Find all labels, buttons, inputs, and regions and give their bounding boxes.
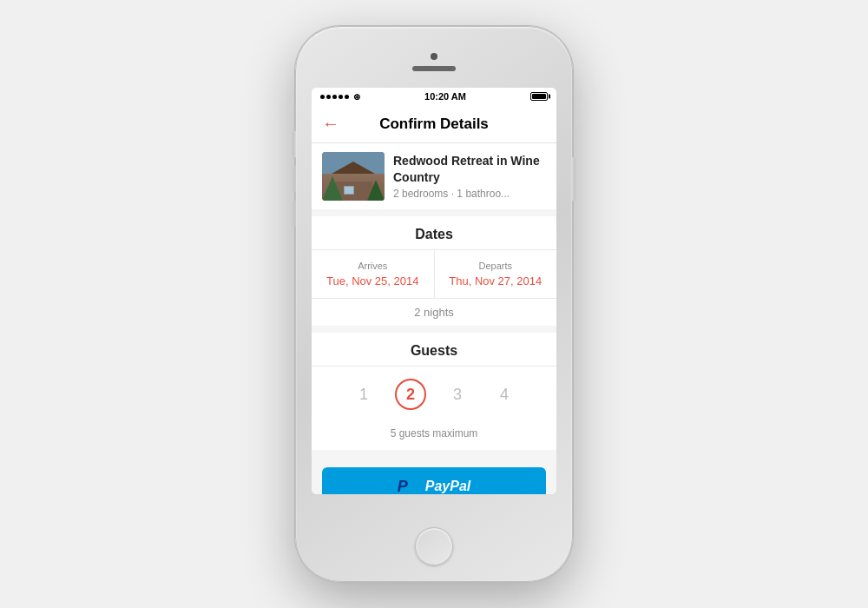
cabin-roof bbox=[332, 162, 375, 174]
front-camera bbox=[431, 53, 437, 60]
signal-dot-5 bbox=[345, 95, 349, 99]
signal-dot-2 bbox=[326, 95, 331, 99]
signal-dot-4 bbox=[339, 95, 343, 99]
tree-right bbox=[367, 180, 385, 201]
dates-row: Arrives Tue, Nov 25, 2014 Departs Thu, N… bbox=[312, 249, 556, 298]
navigation-bar: ← Confirm Details bbox=[312, 105, 556, 143]
phone-device: ⊛ 10:20 AM ← Confirm Details bbox=[295, 26, 573, 582]
status-bar: ⊛ 10:20 AM bbox=[312, 88, 556, 105]
property-name: Redwood Retreat in Wine Country bbox=[393, 153, 546, 184]
property-meta: 2 bedrooms · 1 bathroo... bbox=[393, 188, 546, 200]
battery-icon bbox=[530, 92, 548, 101]
guests-section-header: Guests bbox=[312, 333, 556, 366]
page-title: Confirm Details bbox=[379, 116, 489, 133]
earpiece-speaker bbox=[412, 66, 456, 71]
signal-dot-3 bbox=[332, 95, 337, 99]
departs-value: Thu, Nov 27, 2014 bbox=[444, 274, 549, 287]
arrives-cell: Arrives Tue, Nov 25, 2014 bbox=[312, 250, 435, 298]
paypal-section: PP PayPal bbox=[312, 457, 556, 494]
departs-cell: Departs Thu, Nov 27, 2014 bbox=[435, 250, 557, 298]
paypal-logo: PP bbox=[398, 478, 420, 495]
paypal-p2: P bbox=[410, 478, 420, 495]
guest-option-2[interactable]: 2 bbox=[395, 379, 426, 410]
battery-area bbox=[530, 92, 548, 101]
guests-selector: 1 2 3 4 bbox=[312, 366, 556, 422]
arrives-value: Tue, Nov 25, 2014 bbox=[320, 274, 425, 287]
screen: ⊛ 10:20 AM ← Confirm Details bbox=[312, 88, 556, 494]
signal-area: ⊛ bbox=[320, 92, 360, 102]
property-info: Redwood Retreat in Wine Country 2 bedroo… bbox=[393, 153, 546, 199]
arrives-label: Arrives bbox=[320, 261, 425, 271]
dates-section-header: Dates bbox=[312, 216, 556, 249]
property-card: Redwood Retreat in Wine Country 2 bedroo… bbox=[312, 143, 556, 209]
cabin-window bbox=[344, 186, 354, 195]
guests-section: Guests 1 2 3 4 5 guests maximum bbox=[312, 333, 556, 450]
paypal-p1: P bbox=[398, 478, 408, 495]
property-image bbox=[322, 152, 385, 201]
guest-option-4[interactable]: 4 bbox=[489, 379, 520, 410]
main-content: Redwood Retreat in Wine Country 2 bedroo… bbox=[312, 143, 556, 494]
nights-count: 2 nights bbox=[312, 298, 556, 326]
cabin-illustration bbox=[322, 152, 385, 201]
signal-dot-1 bbox=[320, 95, 325, 99]
guest-option-1[interactable]: 1 bbox=[348, 379, 379, 410]
departs-label: Departs bbox=[444, 261, 549, 271]
back-button[interactable]: ← bbox=[322, 114, 339, 134]
tree-left bbox=[322, 176, 343, 201]
wifi-icon: ⊛ bbox=[353, 92, 360, 102]
max-guests-label: 5 guests maximum bbox=[312, 422, 556, 450]
battery-fill bbox=[532, 94, 546, 99]
status-time: 10:20 AM bbox=[424, 91, 466, 102]
home-button[interactable] bbox=[415, 527, 453, 565]
paypal-text: PayPal bbox=[425, 479, 470, 494]
dates-section: Dates Arrives Tue, Nov 25, 2014 Departs … bbox=[312, 216, 556, 326]
paypal-button[interactable]: PP PayPal bbox=[322, 467, 546, 494]
phone-shell: ⊛ 10:20 AM ← Confirm Details bbox=[295, 26, 573, 582]
guest-option-3[interactable]: 3 bbox=[442, 379, 473, 410]
